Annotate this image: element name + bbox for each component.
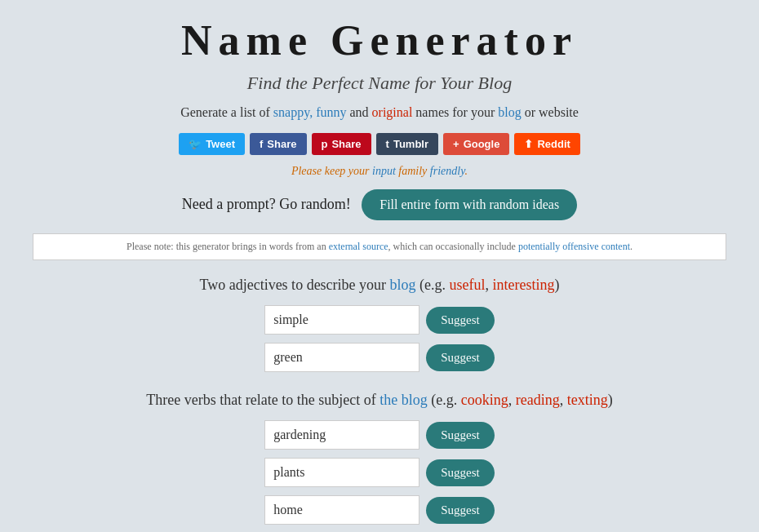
- page-description: Generate a list of snappy, funny and ori…: [33, 105, 726, 120]
- adjective-input-2[interactable]: [264, 343, 419, 372]
- verb-row-1: Suggest: [33, 420, 726, 450]
- family-friendly-notice: Please keep your input family friendly.: [33, 165, 726, 178]
- example-cooking: cooking: [461, 392, 508, 408]
- adjective-input-1[interactable]: [264, 305, 419, 335]
- verb-suggest-button-2[interactable]: Suggest: [426, 459, 495, 486]
- google-label: Google: [464, 138, 500, 150]
- friendly-link: friendly: [430, 165, 465, 177]
- facebook-share-button[interactable]: f Share: [250, 133, 306, 155]
- fill-random-button[interactable]: Fill entire form with random ideas: [362, 189, 577, 220]
- adjective-row-2: Suggest: [33, 343, 726, 372]
- verb-row-2: Suggest: [33, 458, 726, 487]
- adjective-suggest-button-1[interactable]: Suggest: [426, 307, 495, 334]
- desc-blog: blog: [498, 105, 521, 119]
- page-container: Name Generator Find the Perfect Name for…: [0, 0, 759, 532]
- reddit-icon: ⬆: [524, 138, 533, 150]
- desc-snappy: snappy, funny: [273, 105, 347, 119]
- tweet-label: Tweet: [206, 138, 235, 150]
- random-prompt-label: Need a prompt? Go random!: [182, 196, 351, 212]
- google-button[interactable]: + Google: [443, 133, 509, 155]
- adjective-row-1: Suggest: [33, 305, 726, 335]
- pinterest-icon: p: [322, 138, 328, 150]
- input-link: input: [372, 165, 396, 177]
- tumblr-button[interactable]: t Tumblr: [376, 133, 438, 155]
- pinterest-share-button[interactable]: p Share: [312, 133, 371, 155]
- adjectives-label: Two adjectives to describe your blog (e.…: [33, 277, 726, 294]
- notice-text: Please note: this generator brings in wo…: [126, 241, 632, 252]
- notice-bar: Please note: this generator brings in wo…: [33, 233, 726, 260]
- random-prompt-section: Need a prompt? Go random! Fill entire fo…: [33, 189, 726, 220]
- verb-suggest-button-3[interactable]: Suggest: [426, 497, 495, 524]
- verb-input-3[interactable]: [264, 495, 419, 525]
- example-reading: reading: [516, 392, 560, 408]
- verbs-section: Three verbs that relate to the subject o…: [33, 392, 726, 525]
- external-source-link: external source: [329, 241, 388, 252]
- pinterest-label: Share: [331, 138, 361, 150]
- page-subtitle: Find the Perfect Name for Your Blog: [33, 73, 726, 94]
- verbs-label: Three verbs that relate to the subject o…: [33, 392, 726, 409]
- reddit-button[interactable]: ⬆ Reddit: [514, 133, 579, 155]
- verb-suggest-button-1[interactable]: Suggest: [426, 422, 495, 449]
- tweet-button[interactable]: 🐦 Tweet: [179, 133, 245, 155]
- tumblr-icon: t: [386, 138, 389, 150]
- desc-original: original: [372, 105, 413, 119]
- example-interesting: interesting: [493, 277, 555, 293]
- reddit-label: Reddit: [537, 138, 570, 150]
- blog-highlight: blog: [390, 277, 416, 293]
- facebook-icon: f: [260, 138, 263, 150]
- offensive-content-link: potentially offensive content: [518, 241, 630, 252]
- google-icon: +: [453, 138, 459, 150]
- verb-row-3: Suggest: [33, 495, 726, 525]
- example-texting: texting: [567, 392, 608, 408]
- adjectives-section: Two adjectives to describe your blog (e.…: [33, 277, 726, 372]
- blog-highlight-2: the blog: [380, 392, 428, 408]
- adjective-suggest-button-2[interactable]: Suggest: [426, 344, 495, 371]
- facebook-label: Share: [267, 138, 296, 150]
- page-title: Name Generator: [33, 16, 726, 64]
- twitter-icon: 🐦: [189, 138, 202, 150]
- social-buttons-row: 🐦 Tweet f Share p Share t Tumblr + Googl…: [33, 133, 726, 155]
- verb-input-2[interactable]: [264, 458, 419, 487]
- verb-input-1[interactable]: [264, 420, 419, 450]
- tumblr-label: Tumblr: [393, 138, 428, 150]
- example-useful: useful: [450, 277, 486, 293]
